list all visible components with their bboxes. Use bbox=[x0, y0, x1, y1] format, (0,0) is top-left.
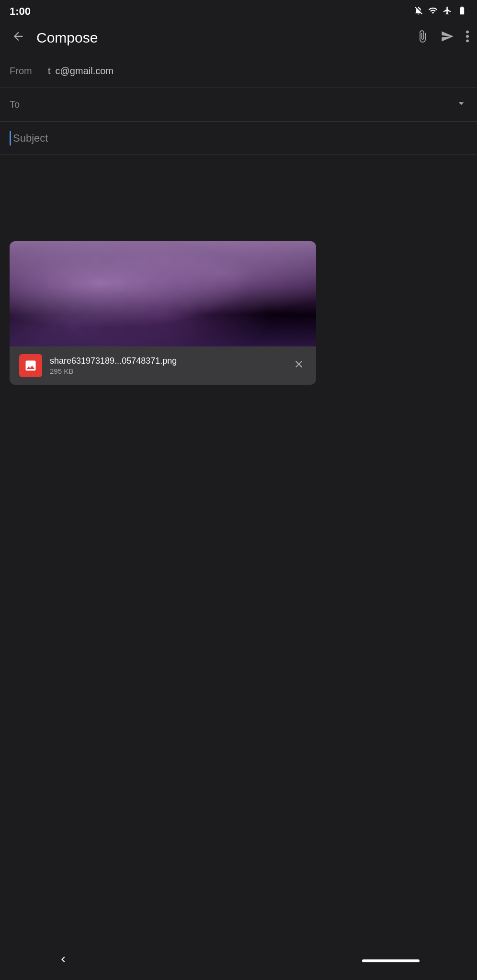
attach-button[interactable] bbox=[416, 30, 429, 46]
attachment-preview bbox=[10, 241, 316, 346]
toolbar: Compose bbox=[0, 21, 477, 55]
sender-initial: t bbox=[48, 66, 51, 77]
send-button[interactable] bbox=[441, 30, 454, 46]
bottom-navigation bbox=[0, 942, 477, 980]
home-indicator[interactable] bbox=[362, 959, 420, 962]
battery-icon bbox=[457, 6, 467, 18]
attachment-details: share631973189...05748371.png 295 KB bbox=[50, 356, 284, 375]
page-title: Compose bbox=[36, 30, 408, 46]
subject-field[interactable]: Subject bbox=[0, 122, 477, 155]
attachment-filesize: 295 KB bbox=[50, 367, 284, 375]
remove-attachment-button[interactable] bbox=[291, 356, 307, 375]
sender-email: c@gmail.com bbox=[56, 66, 114, 77]
wifi-icon bbox=[428, 6, 438, 18]
attachment-thumbnail bbox=[10, 241, 316, 346]
to-label: To bbox=[10, 99, 48, 110]
subject-input[interactable]: Subject bbox=[13, 132, 48, 145]
nav-back-button[interactable] bbox=[57, 954, 69, 968]
status-time: 1:00 bbox=[10, 5, 31, 18]
svg-point-3 bbox=[466, 39, 469, 42]
back-button[interactable] bbox=[8, 26, 29, 50]
from-field: From t c@gmail.com bbox=[0, 55, 477, 88]
svg-point-2 bbox=[466, 35, 469, 38]
more-options-button[interactable] bbox=[466, 30, 469, 46]
to-field[interactable]: To bbox=[0, 88, 477, 122]
status-icons bbox=[414, 6, 467, 18]
expand-recipients-icon[interactable] bbox=[455, 97, 467, 112]
notification-muted-icon bbox=[414, 6, 423, 18]
from-label: From bbox=[10, 66, 48, 77]
attachment-type-icon bbox=[19, 354, 42, 377]
email-body[interactable] bbox=[0, 155, 477, 232]
toolbar-actions bbox=[416, 30, 469, 46]
airplane-icon bbox=[443, 6, 452, 18]
attachment-container: share631973189...05748371.png 295 KB bbox=[10, 241, 316, 385]
attachment-filename: share631973189...05748371.png bbox=[50, 356, 284, 366]
attachment-info: share631973189...05748371.png 295 KB bbox=[10, 346, 316, 385]
status-bar: 1:00 bbox=[0, 0, 477, 21]
svg-point-1 bbox=[466, 30, 469, 33]
text-cursor bbox=[10, 131, 11, 145]
